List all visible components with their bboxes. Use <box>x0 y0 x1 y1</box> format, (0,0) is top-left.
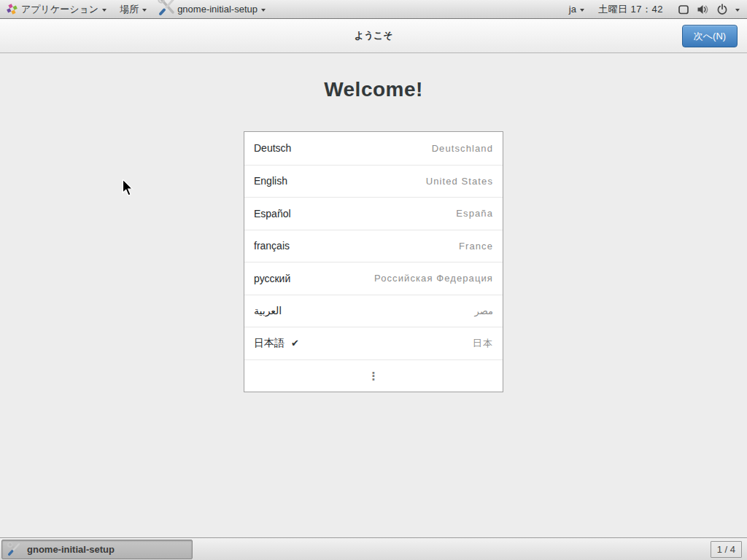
taskbar-window-button[interactable]: gnome-initial-setup <box>1 540 193 559</box>
distro-logo-icon <box>7 4 18 15</box>
language-row[interactable]: 日本語✔日本 <box>244 327 503 359</box>
language-row[interactable]: EspañolEspaña <box>244 197 503 230</box>
language-row-left: Deutsch <box>254 142 291 154</box>
window-app-menu[interactable]: gnome-initial-setup <box>153 0 270 18</box>
more-languages-row[interactable]: ⋮ <box>244 359 503 392</box>
places-menu[interactable]: 場所 <box>113 0 153 18</box>
language-name: English <box>254 175 287 187</box>
language-name: русский <box>254 273 290 284</box>
page-title: ようこそ <box>354 29 392 42</box>
language-row-left: 日本語✔ <box>254 337 299 350</box>
welcome-heading: Welcome! <box>0 53 747 101</box>
welcome-page: Welcome! DeutschDeutschlandEnglishUnited… <box>0 53 747 537</box>
language-row[interactable]: EnglishUnited States <box>244 165 503 198</box>
language-region: United States <box>426 176 493 187</box>
more-ellipsis-icon: ⋮ <box>368 370 379 381</box>
chevron-down-icon <box>102 9 107 12</box>
language-row-left: Español <box>254 208 291 219</box>
chevron-down-icon <box>261 9 266 12</box>
language-name: français <box>254 240 290 252</box>
language-region: 日本 <box>473 337 493 350</box>
chevron-down-icon <box>142 9 147 12</box>
language-row-left: русский <box>254 273 290 284</box>
applications-menu-label: アプリケーション <box>21 3 98 16</box>
keyboard-layout-label: ja <box>569 4 576 15</box>
power-icon[interactable] <box>716 4 728 15</box>
places-menu-label: 場所 <box>120 3 139 16</box>
language-region: France <box>459 241 493 252</box>
taskbar-window-button-label: gnome-initial-setup <box>27 544 115 555</box>
taskbar: gnome-initial-setup 1 / 4 <box>0 537 747 560</box>
headerbar: ようこそ 次へ(N) <box>0 19 747 53</box>
language-name: العربية <box>254 305 282 316</box>
language-row[interactable]: русскийРоссийская Федерация <box>244 262 503 295</box>
setup-tools-icon <box>7 542 22 557</box>
window-app-menu-label: gnome-initial-setup <box>177 4 258 15</box>
clock[interactable]: 土曜日 17：42 <box>591 0 670 18</box>
setup-tools-icon <box>158 0 177 20</box>
language-region: Российская Федерация <box>374 273 493 284</box>
notification-area-icon[interactable] <box>678 4 689 15</box>
top-panel: アプリケーション 場所 <box>0 0 747 19</box>
applications-menu[interactable]: アプリケーション <box>0 0 113 18</box>
next-button[interactable]: 次へ(N) <box>682 25 738 47</box>
language-name: 日本語 <box>254 337 285 350</box>
workspace-indicator-label: 1 / 4 <box>717 544 735 555</box>
workspace-switcher[interactable]: 1 / 4 <box>711 541 742 558</box>
language-region: Deutschland <box>432 143 493 154</box>
volume-icon[interactable] <box>697 4 709 15</box>
check-icon: ✔ <box>291 338 299 349</box>
clock-label: 土曜日 17：42 <box>598 3 663 16</box>
chevron-down-icon <box>580 9 584 12</box>
language-region: España <box>456 208 493 219</box>
language-row-left: français <box>254 240 290 252</box>
language-name: Español <box>254 208 291 219</box>
keyboard-layout-indicator[interactable]: ja <box>562 0 591 18</box>
language-row[interactable]: العربيةمصر <box>244 295 503 327</box>
language-region: مصر <box>475 306 493 316</box>
chevron-down-icon[interactable] <box>735 9 740 12</box>
language-row[interactable]: françaisFrance <box>244 230 503 262</box>
language-list: DeutschDeutschlandEnglishUnited StatesEs… <box>244 131 503 392</box>
language-name: Deutsch <box>254 142 291 154</box>
language-row-left: English <box>254 175 287 187</box>
language-row-left: العربية <box>254 305 282 316</box>
language-row[interactable]: DeutschDeutschland <box>244 132 503 165</box>
